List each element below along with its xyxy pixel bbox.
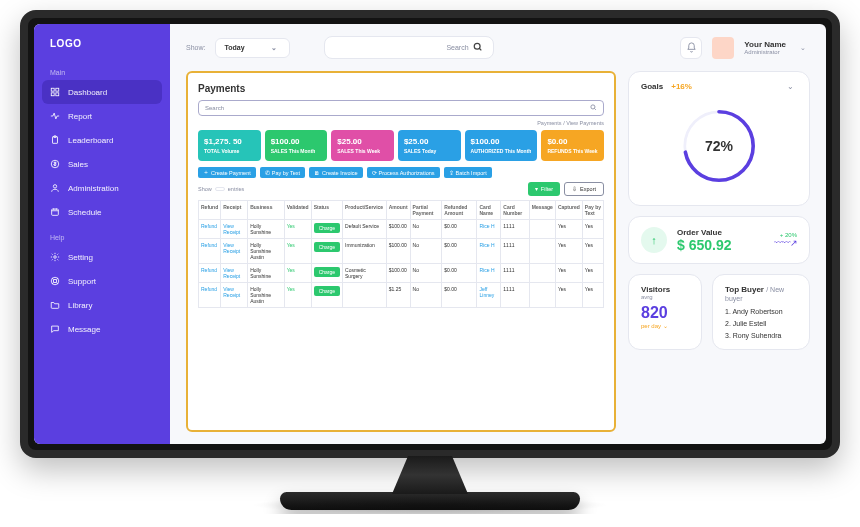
stat-value: $25.00	[404, 137, 455, 146]
sidebar-item-message[interactable]: Message	[34, 317, 170, 341]
order-value-panel: ↑ Order Value $ 650.92 + 20% 〰︎〰︎↗	[628, 216, 810, 264]
chevron-down-icon[interactable]: ⌄	[783, 82, 797, 91]
show-dropdown[interactable]: Today ⌄	[215, 38, 289, 58]
cell-captured: Yes	[555, 283, 582, 308]
card-name-link[interactable]: Jeff Linney	[479, 286, 494, 298]
sidebar-item-dashboard[interactable]: Dashboard	[42, 80, 162, 104]
column-header[interactable]: Card Name	[477, 201, 501, 220]
column-header[interactable]: Refund	[199, 201, 221, 220]
batch-import-button[interactable]: ⇪Batch Import	[444, 167, 492, 178]
cell-product: Cosmetic Surgery	[343, 264, 387, 283]
filter-icon: ▾	[535, 186, 538, 192]
view-receipt-link[interactable]: View Receipt	[223, 223, 240, 235]
visitors-panel: Visitors avrg 820 per day ⌄	[628, 274, 702, 350]
circle-dollar-icon	[50, 159, 60, 169]
pulse-icon	[50, 111, 60, 121]
sidebar-item-administration[interactable]: Administration	[34, 176, 170, 200]
sidebar-item-label: Library	[68, 301, 92, 310]
sidebar-item-sales[interactable]: Sales	[34, 152, 170, 176]
visitors-value: 820	[641, 304, 689, 322]
column-header[interactable]: Pay by Text	[582, 201, 603, 220]
trend-sparkline-icon: 〰︎〰︎↗	[774, 238, 797, 248]
sidebar-item-schedule[interactable]: Schedule	[34, 200, 170, 224]
charge-button[interactable]: Charge	[314, 242, 340, 252]
create-payment-button[interactable]: ＋Create Payment	[198, 167, 256, 178]
cell-message	[529, 220, 555, 239]
refund-link[interactable]: Refund	[201, 223, 217, 229]
sidebar-item-leaderboard[interactable]: Leaderboard	[34, 128, 170, 152]
process-authorizations-button[interactable]: ⟳Process Authorizations	[367, 167, 440, 178]
user-role: Administrator	[744, 49, 786, 55]
svg-rect-0	[51, 88, 54, 91]
column-header[interactable]: Product/Service	[343, 201, 387, 220]
column-header[interactable]: Message	[529, 201, 555, 220]
refresh-icon: ⟳	[372, 170, 377, 176]
column-header[interactable]: Business	[248, 201, 284, 220]
stat-label: TOTAL Volume	[204, 148, 255, 154]
charge-button[interactable]: Charge	[314, 267, 340, 277]
buyer-item: 2. Julie Estell	[725, 320, 797, 327]
order-value: $ 650.92	[677, 237, 764, 253]
payments-search[interactable]: Search	[198, 100, 604, 116]
cell-validated: Yes	[284, 220, 311, 239]
top-buyer-title: Top Buyer / New buyer	[725, 285, 797, 303]
column-header[interactable]: Amount	[386, 201, 410, 220]
cell-card-number: 1111	[501, 239, 529, 264]
cell-validated: Yes	[284, 239, 311, 264]
user-menu[interactable]: Your Name Administrator	[744, 40, 786, 55]
sidebar-item-setting[interactable]: Setting	[34, 245, 170, 269]
column-header[interactable]: Partial Payment	[410, 201, 442, 220]
global-search[interactable]: Search	[324, 36, 494, 59]
stat-label: SALES This Month	[271, 148, 322, 154]
cell-message	[529, 283, 555, 308]
top-buyer-panel: Top Buyer / New buyer 1. Andy Robertson2…	[712, 274, 810, 350]
export-button[interactable]: ⇩ Export	[564, 182, 604, 196]
sidebar-item-report[interactable]: Report	[34, 104, 170, 128]
column-header[interactable]: Refunded Amount	[442, 201, 477, 220]
view-receipt-link[interactable]: View Receipt	[223, 267, 240, 279]
cell-pbt: Yes	[582, 264, 603, 283]
card-name-link[interactable]: Rice H	[479, 267, 494, 273]
view-receipt-link[interactable]: View Receipt	[223, 242, 240, 254]
entries-select[interactable]	[215, 187, 225, 191]
create-invoice-button[interactable]: 🗎Create Invoice	[309, 167, 362, 178]
notifications-button[interactable]	[680, 37, 702, 59]
sidebar-item-library[interactable]: Library	[34, 293, 170, 317]
sidebar-item-support[interactable]: Support	[34, 269, 170, 293]
card-name-link[interactable]: Rice H	[479, 242, 494, 248]
view-receipt-link[interactable]: View Receipt	[223, 286, 240, 298]
show-entries[interactable]: Show entries	[198, 186, 244, 192]
buyer-item: 1. Andy Robertson	[725, 308, 797, 315]
column-header[interactable]: Captured	[555, 201, 582, 220]
topbar: Show: Today ⌄ Search	[186, 36, 810, 59]
cell-product: Immunization	[343, 239, 387, 264]
cell-amount: $100.00	[386, 220, 410, 239]
cell-partial: No	[410, 264, 442, 283]
column-header[interactable]: Card Number	[501, 201, 529, 220]
svg-point-21	[591, 105, 595, 109]
stat-label: SALES This Week	[337, 148, 388, 154]
sidebar-item-label: Dashboard	[68, 88, 107, 97]
cell-validated: Yes	[284, 283, 311, 308]
pay-by-text-button[interactable]: ✆Pay by Text	[260, 167, 305, 178]
filter-button[interactable]: ▾ Filter	[528, 182, 560, 196]
charge-button[interactable]: Charge	[314, 286, 340, 296]
column-header[interactable]: Status	[311, 201, 342, 220]
chevron-down-icon[interactable]: ⌄	[796, 44, 810, 52]
show-value: Today	[224, 44, 244, 51]
column-header[interactable]: Receipt	[221, 201, 248, 220]
refund-link[interactable]: Refund	[201, 267, 217, 273]
search-placeholder: Search	[446, 44, 468, 51]
stat-card: $0.00REFUNDS This Week	[541, 130, 604, 161]
show-label: Show:	[186, 44, 205, 51]
column-header[interactable]: Validated	[284, 201, 311, 220]
refund-link[interactable]: Refund	[201, 286, 217, 292]
charge-button[interactable]: Charge	[314, 223, 340, 233]
goals-title: Goals	[641, 82, 663, 91]
refund-link[interactable]: Refund	[201, 242, 217, 248]
card-name-link[interactable]: Rice H	[479, 223, 494, 229]
avatar[interactable]	[712, 37, 734, 59]
sidebar-item-label: Message	[68, 325, 100, 334]
cell-refund-amount: $0.00	[442, 264, 477, 283]
sidebar: LOGO Main DashboardReportLeaderboardSale…	[34, 24, 170, 444]
